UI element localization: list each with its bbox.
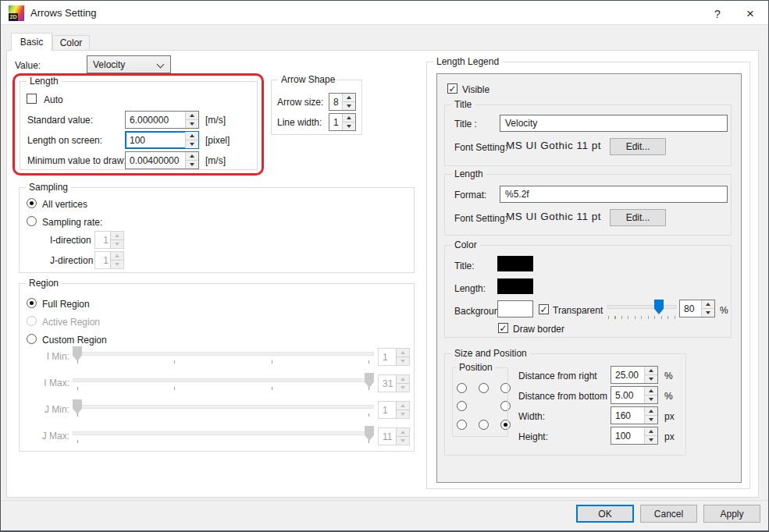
ok-button[interactable]: OK: [576, 505, 634, 523]
tab-basic[interactable]: Basic: [11, 33, 52, 51]
position-group-title: Position: [456, 363, 496, 373]
legend-length-group-title: Length: [451, 169, 486, 179]
arrow-shape-group: Arrow Shape: [271, 80, 362, 135]
value-label: Value:: [15, 60, 41, 71]
size-position-group-title: Size and Position: [451, 349, 530, 359]
length-group: Length: [20, 81, 258, 170]
position-group: Position: [452, 367, 508, 437]
sampling-group: Sampling: [19, 187, 415, 273]
apply-button[interactable]: Apply: [703, 505, 760, 523]
footer-separator: [1, 500, 768, 501]
help-button[interactable]: ?: [708, 6, 727, 21]
window-title: Arrows Setting: [30, 7, 97, 19]
value-combobox-selected: Velocity: [93, 59, 125, 70]
length-group-title: Length: [27, 76, 62, 87]
region-group-title: Region: [26, 278, 62, 289]
cancel-button[interactable]: Cancel: [640, 505, 697, 523]
legend-color-group: Color: [444, 245, 732, 338]
legend-color-group-title: Color: [451, 240, 480, 250]
arrows-setting-dialog: 2D Arrows Setting ? × Basic Color Value:…: [0, 0, 769, 532]
length-legend-group-title: Length Legend: [433, 57, 502, 67]
chevron-down-icon: [157, 61, 165, 69]
value-combobox[interactable]: Velocity: [87, 55, 171, 73]
sampling-group-title: Sampling: [26, 183, 71, 193]
legend-length-group: Length: [444, 174, 732, 236]
close-button[interactable]: ×: [739, 6, 761, 21]
legend-title-group: Title: [444, 105, 732, 166]
legend-title-group-title: Title: [451, 100, 475, 110]
tab-color[interactable]: Color: [52, 35, 90, 50]
title-bar: 2D Arrows Setting ? ×: [1, 1, 768, 25]
region-group: Region: [19, 283, 415, 452]
app-icon-2d-badge: 2D: [9, 13, 18, 21]
app-icon: 2D: [9, 5, 24, 21]
arrow-shape-group-title: Arrow Shape: [278, 75, 338, 85]
